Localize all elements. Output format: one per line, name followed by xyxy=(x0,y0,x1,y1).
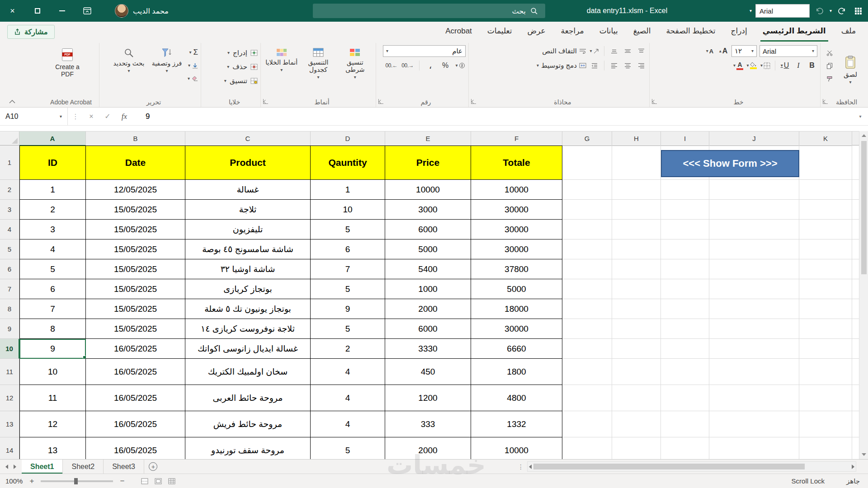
cell-I6[interactable] xyxy=(661,259,709,279)
cell-K9[interactable] xyxy=(799,319,852,339)
cell-C2[interactable]: غسالة xyxy=(185,180,311,200)
cell-K4[interactable] xyxy=(799,220,852,239)
cell-F14[interactable]: 10000 xyxy=(471,437,562,459)
cell-K10[interactable] xyxy=(799,339,852,359)
cell-C8[interactable]: بوتجاز يونيون تك ٥ شعلة xyxy=(185,299,311,319)
font-color-button[interactable]: A ▾ xyxy=(733,60,744,71)
cell-H6[interactable] xyxy=(612,259,661,279)
cell-D3[interactable]: 10 xyxy=(311,200,385,220)
align-center-button[interactable] xyxy=(622,60,633,71)
cell-B13[interactable]: 16/05/2025 xyxy=(86,411,185,437)
cell-A10[interactable]: 9 xyxy=(19,339,86,359)
cell-H3[interactable] xyxy=(612,200,661,220)
cell-C10[interactable]: غسالة ايديال زانوسى اكواتك xyxy=(185,339,311,359)
cell-J11[interactable] xyxy=(709,359,799,385)
cell-F3[interactable]: 30000 xyxy=(471,200,562,220)
decrease-indent-button[interactable] xyxy=(589,60,600,71)
cell-A9[interactable]: 8 xyxy=(19,319,86,339)
sheet-tab-sheet1[interactable]: Sheet1 xyxy=(22,460,63,474)
horizontal-scrollbar[interactable] xyxy=(527,461,856,472)
cell-G6[interactable] xyxy=(562,259,612,279)
align-bottom-button[interactable] xyxy=(609,45,619,57)
cell-B12[interactable]: 16/05/2025 xyxy=(86,385,185,411)
search-box[interactable]: بحث xyxy=(313,4,545,18)
cell-A6[interactable]: 5 xyxy=(19,259,86,279)
cell-F12[interactable]: 4800 xyxy=(471,385,562,411)
minimize-button[interactable] xyxy=(50,0,75,22)
align-top-button[interactable] xyxy=(636,45,646,57)
cell-D5[interactable]: 6 xyxy=(311,239,385,259)
cell-B7[interactable]: 15/05/2025 xyxy=(86,279,185,299)
cell-K12[interactable] xyxy=(799,385,852,411)
row-header-7[interactable]: 7 xyxy=(0,279,19,299)
cell-I4[interactable] xyxy=(661,220,709,239)
restore-button[interactable] xyxy=(25,0,50,22)
cell-B3[interactable]: 15/05/2025 xyxy=(86,200,185,220)
insert-function-button[interactable]: fx xyxy=(116,112,133,121)
comma-style-button[interactable]: ، xyxy=(425,60,436,71)
cell-B8[interactable]: 15/05/2025 xyxy=(86,299,185,319)
column-header-G[interactable]: G xyxy=(562,131,612,146)
vertical-scrollbar[interactable] xyxy=(859,131,868,459)
cell-E14[interactable]: 2000 xyxy=(385,437,471,459)
scroll-up-button[interactable] xyxy=(859,131,868,140)
cell-D9[interactable]: 5 xyxy=(311,319,385,339)
cell-D1[interactable]: Qauntity xyxy=(311,145,385,180)
confirm-entry-button[interactable]: ✓ xyxy=(99,112,116,121)
cell-C1[interactable]: Product xyxy=(185,145,311,180)
scroll-down-button[interactable] xyxy=(859,450,868,459)
alignment-dialog-launcher-icon[interactable] xyxy=(471,99,476,104)
cell-F10[interactable]: 6660 xyxy=(471,339,562,359)
increase-decimal-button[interactable]: →.00 xyxy=(401,62,414,69)
column-header-A[interactable]: A xyxy=(19,131,86,146)
cell-E7[interactable]: 1000 xyxy=(385,279,471,299)
cell-H10[interactable] xyxy=(612,339,661,359)
column-header-F[interactable]: F xyxy=(471,131,562,146)
ribbon-tab-view[interactable]: عرض xyxy=(520,22,553,42)
column-header-H[interactable]: H xyxy=(612,131,661,146)
conditional-formatting-button[interactable]: تنسيق شرطى ▾ xyxy=(337,44,373,96)
tab-bar-splitter[interactable]: ⋮ xyxy=(518,460,524,474)
zoom-out-button[interactable]: − xyxy=(118,477,126,486)
cell-A8[interactable]: 7 xyxy=(19,299,86,319)
row-header-12[interactable]: 12 xyxy=(0,385,19,411)
fill-button[interactable]: ▾ xyxy=(188,61,198,70)
format-as-table-button[interactable]: التنسيق كجدول ▾ xyxy=(300,44,336,96)
cell-F9[interactable]: 30000 xyxy=(471,319,562,339)
ribbon-grid-button[interactable] xyxy=(852,4,864,18)
increase-font-size-button[interactable]: A▴ xyxy=(718,45,729,57)
cell-C12[interactable]: مروحة حائط العربى xyxy=(185,385,311,411)
scroll-left-button[interactable] xyxy=(529,465,532,469)
cell-I11[interactable] xyxy=(661,359,709,385)
formula-input[interactable]: 9 xyxy=(133,112,853,121)
cell-G2[interactable] xyxy=(562,180,612,200)
show-form-button[interactable]: <<< Show Form >>> xyxy=(661,150,799,177)
normal-view-button[interactable] xyxy=(168,478,175,484)
underline-button[interactable]: U▾ xyxy=(779,60,790,71)
align-middle-button[interactable] xyxy=(622,45,633,57)
cell-D14[interactable]: 5 xyxy=(311,437,385,459)
chevron-down-icon[interactable]: ▾ xyxy=(750,9,752,13)
cell-B10[interactable]: 16/05/2025 xyxy=(86,339,185,359)
previous-sheet-button[interactable] xyxy=(5,465,8,469)
cell-J7[interactable] xyxy=(709,279,799,299)
cell-D4[interactable]: 5 xyxy=(311,220,385,239)
vertical-scroll-thumb[interactable] xyxy=(861,141,867,274)
sheet-tab-sheet3[interactable]: Sheet3 xyxy=(104,460,144,474)
cell-styles-button[interactable]: أنماط الخلايا ▾ xyxy=(264,44,299,96)
page-layout-view-button[interactable] xyxy=(155,478,162,484)
cell-I9[interactable] xyxy=(661,319,709,339)
clipboard-dialog-launcher-icon[interactable] xyxy=(823,99,828,104)
cell-G7[interactable] xyxy=(562,279,612,299)
number-format-combo[interactable]: ▾عام xyxy=(383,45,466,57)
clear-button[interactable]: ▾ xyxy=(188,74,198,84)
paste-button[interactable]: لصق ▾ xyxy=(838,44,863,96)
align-left-button[interactable] xyxy=(609,60,619,71)
cell-C3[interactable]: ثلاجة xyxy=(185,200,311,220)
cell-E3[interactable]: 3000 xyxy=(385,200,471,220)
cell-H7[interactable] xyxy=(612,279,661,299)
row-header-9[interactable]: 9 xyxy=(0,319,19,339)
cell-G11[interactable] xyxy=(562,359,612,385)
cell-G12[interactable] xyxy=(562,385,612,411)
ribbon-tab-review[interactable]: مراجعة xyxy=(553,22,592,42)
